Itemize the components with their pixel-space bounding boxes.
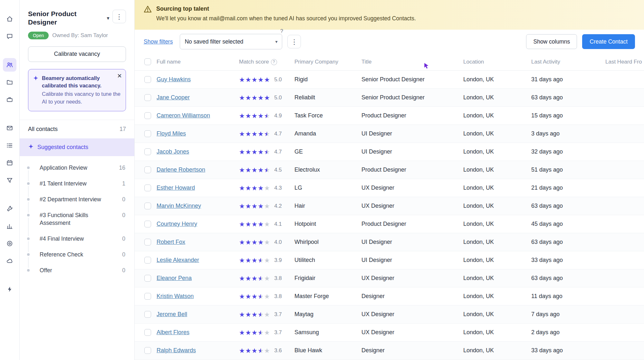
rail-item-bolt[interactable] — [3, 283, 16, 296]
row-checkbox[interactable] — [144, 166, 151, 173]
contacts-table-body: Guy Hawkins ★★★★★★★★★★5.0 Rigid Senior P… — [135, 70, 644, 359]
star-rating: ★★★★★★★★★★ — [239, 347, 270, 354]
callout-body: Calibrate this vacancy to tune the AI to… — [42, 90, 121, 106]
stars-fill: ★★★★★ — [239, 329, 261, 336]
last-heard-cell — [600, 215, 644, 233]
company-cell: Utilitech — [289, 251, 356, 269]
contact-name-link[interactable]: Ralph Edwards — [157, 347, 196, 354]
contact-name-link[interactable]: Guy Hawkins — [157, 76, 191, 83]
rail-item-people[interactable] — [3, 58, 16, 72]
rail-item-gauge[interactable] — [3, 254, 16, 268]
contact-name-link[interactable]: Darlene Robertson — [157, 166, 205, 173]
rail-item-donut-chart[interactable] — [3, 237, 16, 250]
contact-name-link[interactable]: Floyd Miles — [157, 130, 186, 137]
rail-item-bar-chart[interactable] — [3, 219, 16, 233]
toolbar-menu-button[interactable]: ⋮ — [287, 35, 301, 48]
star-rating: ★★★★★★★★★★ — [239, 239, 270, 245]
calibrate-vacancy-button[interactable]: Calibrate vacancy — [28, 46, 126, 62]
table-row: Kristin Watson ★★★★★★★★★★3.8 Master Forg… — [135, 287, 644, 305]
stars-fill: ★★★★★ — [239, 203, 264, 209]
table-row: Jacob Jones ★★★★★★★★★★4.7 GE UI Designer… — [135, 143, 644, 161]
contact-name-link[interactable]: Jacob Jones — [157, 148, 189, 155]
stars-fill: ★★★★★ — [239, 95, 270, 101]
match-score-value: 4.0 — [274, 239, 282, 245]
question-icon[interactable]: ? — [271, 59, 277, 65]
row-checkbox[interactable] — [144, 112, 151, 119]
contact-name-link[interactable]: Jerome Bell — [157, 311, 187, 317]
show-filters-link[interactable]: Show filters — [144, 38, 173, 45]
rail-item-calendar[interactable] — [3, 156, 16, 170]
row-checkbox[interactable] — [144, 257, 151, 264]
row-checkbox[interactable] — [144, 94, 151, 101]
row-checkbox[interactable] — [144, 185, 151, 191]
contact-name-link[interactable]: Jane Cooper — [157, 94, 190, 101]
help-icon[interactable]: ? — [280, 28, 283, 34]
create-contact-button[interactable]: Create Contact — [582, 34, 635, 49]
last-heard-cell — [600, 197, 644, 215]
rail-item-list[interactable] — [3, 139, 16, 152]
row-checkbox[interactable] — [144, 275, 151, 282]
table-row: Eleanor Pena ★★★★★★★★★★3.8 Frigidair UX … — [135, 269, 644, 287]
rail-item-chat[interactable] — [3, 30, 16, 43]
match-score-value: 4.3 — [274, 185, 282, 191]
contact-name-link[interactable]: Albert Flores — [157, 329, 189, 335]
table-row: Floyd Miles ★★★★★★★★★★4.7 Amanda UI Desi… — [135, 125, 644, 143]
contact-name-link[interactable]: Kristin Watson — [157, 293, 194, 299]
rail-item-home[interactable] — [3, 12, 16, 26]
rail-item-wrench[interactable] — [3, 202, 16, 215]
select-all-checkbox[interactable] — [144, 58, 151, 65]
contact-name-link[interactable]: Marvin McKinney — [157, 203, 201, 209]
row-checkbox[interactable] — [144, 311, 151, 318]
sidebar-item-suggested-contacts[interactable]: Suggested contacts — [20, 138, 134, 156]
stage-item[interactable]: #3 Functional Skills Assessment 0 — [20, 207, 134, 231]
contact-name-link[interactable]: Courtney Henry — [157, 221, 197, 227]
show-columns-button[interactable]: Show columns — [526, 34, 577, 49]
match-score-value: 4.7 — [274, 131, 282, 137]
sidebar-item-all-contacts[interactable]: All contacts 17 — [20, 120, 134, 138]
stage-item[interactable]: #1 Talent Interview 1 — [20, 176, 134, 192]
row-checkbox[interactable] — [144, 293, 151, 300]
company-cell: Blue Hawk — [289, 341, 356, 359]
close-icon[interactable]: × — [117, 72, 122, 80]
column-header-last-activity: Last Activity — [526, 54, 600, 70]
stars-fill: ★★★★★ — [239, 239, 264, 245]
company-cell: Task Force — [289, 106, 356, 125]
vacancy-menu-button[interactable]: ⋮ — [112, 10, 126, 23]
kebab-icon: ⋮ — [291, 38, 298, 45]
callout-text: Beamery automatically calibrated this va… — [42, 75, 121, 106]
last-activity-cell: 11 days ago — [526, 287, 600, 305]
stage-item[interactable]: #4 Final Interview 0 — [20, 231, 134, 247]
contact-name-link[interactable]: Eleanor Pena — [157, 275, 192, 281]
stage-item[interactable]: Reference Check 0 — [20, 247, 134, 263]
row-checkbox[interactable] — [144, 148, 151, 155]
location-cell: London, UK — [458, 70, 526, 88]
row-checkbox[interactable] — [144, 130, 151, 137]
row-checkbox[interactable] — [144, 347, 151, 354]
row-checkbox[interactable] — [144, 76, 151, 83]
contact-name-link[interactable]: Esther Howard — [157, 185, 195, 191]
stage-count: 16 — [119, 164, 125, 172]
contact-name-link[interactable]: Robert Fox — [157, 239, 185, 245]
saved-filter-select[interactable]: No saved filter selected ▾ — [180, 34, 282, 49]
row-checkbox[interactable] — [144, 203, 151, 209]
rail-item-mail[interactable] — [3, 121, 16, 135]
company-cell: Samsung — [289, 323, 356, 341]
stage-item[interactable]: #2 Department Interview 0 — [20, 192, 134, 207]
rail-item-briefcase[interactable] — [3, 93, 16, 106]
kebab-icon: ⋮ — [116, 13, 123, 20]
stage-item[interactable]: Application Review 16 — [20, 160, 134, 176]
stage-item[interactable]: Offer 0 — [20, 263, 134, 278]
contact-name-link[interactable]: Leslie Alexander — [157, 257, 199, 263]
vacancy-title[interactable]: Senior Product Designer ▾ — [28, 10, 109, 27]
stage-count: 0 — [122, 196, 125, 203]
contact-name-link[interactable]: Cameron Williamson — [157, 112, 210, 119]
row-checkbox[interactable] — [144, 239, 151, 245]
rail-item-folder[interactable] — [3, 75, 16, 89]
company-cell: Whirlpool — [289, 233, 356, 251]
stars-fill: ★★★★★ — [239, 221, 264, 227]
stage-label: Reference Check — [40, 251, 83, 258]
row-checkbox[interactable] — [144, 221, 151, 227]
row-checkbox[interactable] — [144, 329, 151, 336]
rail-item-filter[interactable] — [3, 174, 16, 187]
stage-label: #3 Functional Skills Assessment — [40, 212, 119, 226]
